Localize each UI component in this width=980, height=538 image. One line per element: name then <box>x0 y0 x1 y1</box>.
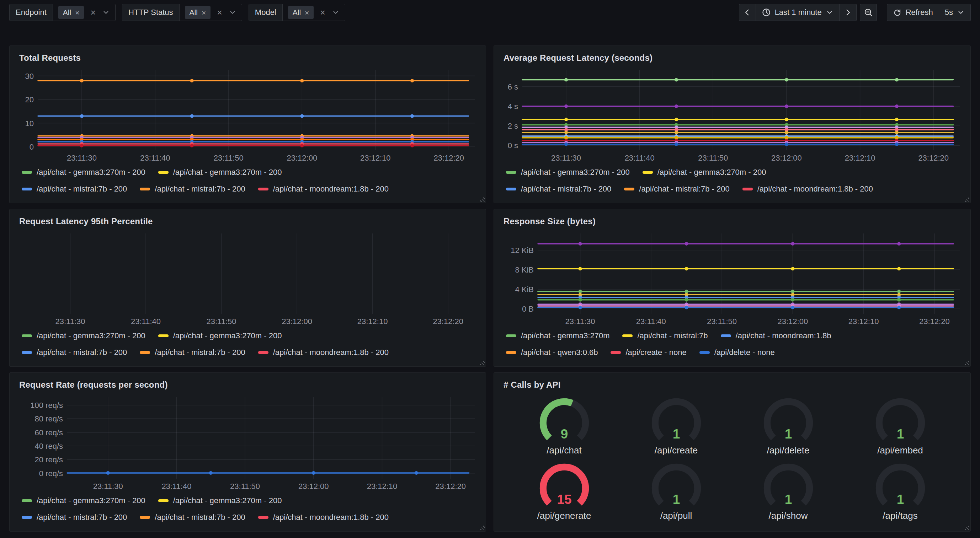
gauge-grid: 9/api/chat1/api/create1/api/delete1/api/… <box>494 391 970 529</box>
panel-title-latency-p95[interactable]: Request Latency 95th Percentile <box>10 212 486 228</box>
legend-item[interactable]: /api/chat - gemma3:270m - 200 <box>643 168 766 177</box>
timeseries-plot[interactable]: 0 s2 s4 s6 s23:11:3023:11:4023:11:5023:1… <box>500 67 965 163</box>
legend-item[interactable]: /api/chat - mistral:7b - 200 <box>624 184 729 194</box>
legend-item[interactable]: /api/chat - mistral:7b - 200 <box>506 184 611 194</box>
gauge-api-chat: 9/api/chat <box>528 397 601 456</box>
chart-response-size[interactable]: 0 B4 KiB8 KiB12 KiB23:11:3023:11:4023:11… <box>500 231 965 327</box>
filter-chip-http-status[interactable]: All× <box>185 6 211 19</box>
panel-title-request-rate[interactable]: Request Rate (requests per second) <box>10 376 486 391</box>
series-point-marker <box>564 131 568 134</box>
chart-avg-latency[interactable]: 0 s2 s4 s6 s23:11:3023:11:4023:11:5023:1… <box>500 67 965 163</box>
legend-item[interactable]: /api/chat - mistral:7b - 200 <box>22 513 127 522</box>
series-point-marker <box>785 143 788 146</box>
legend-item[interactable]: /api/chat - moondream:1.8b - 200 <box>258 513 389 522</box>
refresh-interval-select[interactable]: 5s <box>939 4 971 21</box>
legend-item[interactable]: /api/chat - mistral:7b - 200 <box>140 184 245 194</box>
legend-item[interactable]: /api/chat - moondream:1.8b <box>721 331 831 340</box>
legend-series-label: /api/chat - mistral:7b - 200 <box>37 184 127 194</box>
series-point-marker <box>579 267 582 270</box>
time-range-picker[interactable]: Last 1 minute <box>756 4 840 21</box>
series-point-marker <box>895 143 899 146</box>
chip-remove-icon[interactable]: × <box>202 9 206 16</box>
legend-item[interactable]: /api/chat - gemma3:270m <box>506 331 609 340</box>
y-axis-tick-label: 60 req/s <box>35 428 63 437</box>
refresh-interval-value: 5s <box>945 8 953 17</box>
chart-total-requests[interactable]: 010203023:11:3023:11:4023:11:5023:12:002… <box>15 67 480 163</box>
panel-title-response-size[interactable]: Response Size (bytes) <box>494 212 970 228</box>
time-back-button[interactable] <box>739 4 756 21</box>
gauge-api-create: 1/api/create <box>640 397 713 456</box>
series-point-marker <box>80 114 84 118</box>
legend-item[interactable]: /api/chat - gemma3:270m - 200 <box>22 331 145 340</box>
time-forward-button[interactable] <box>840 4 857 21</box>
series-point-marker <box>897 290 901 293</box>
legend-item[interactable]: /api/delete - none <box>700 348 775 357</box>
series-point-marker <box>564 78 568 82</box>
gauge-value: 9 <box>560 427 568 441</box>
y-axis-tick-label: 20 <box>25 95 34 104</box>
timeseries-plot[interactable]: 0 req/s20 req/s40 req/s60 req/s80 req/s1… <box>15 394 480 492</box>
panel-title-calls-by-api[interactable]: # Calls by API <box>494 376 970 391</box>
series-point-marker <box>897 298 901 302</box>
legend-item[interactable]: /api/create - none <box>611 348 686 357</box>
series-point-marker <box>675 105 678 108</box>
filter-clear-icon[interactable]: × <box>320 8 325 17</box>
legend-item[interactable]: /api/chat - moondream:1.8b - 200 <box>258 184 389 194</box>
legend-item[interactable]: /api/chat - mistral:7b - 200 <box>140 513 245 522</box>
timeseries-plot[interactable]: 0 B4 KiB8 KiB12 KiB23:11:3023:11:4023:11… <box>500 231 965 327</box>
zoom-out-icon <box>864 8 873 17</box>
filter-chip-endpoint[interactable]: All× <box>58 6 84 19</box>
chart-request-rate[interactable]: 0 req/s20 req/s40 req/s60 req/s80 req/s1… <box>15 394 480 492</box>
legend-item[interactable]: /api/chat - mistral:7b <box>622 331 708 340</box>
series-point-marker <box>785 78 788 82</box>
chip-remove-icon[interactable]: × <box>305 9 309 16</box>
legend-series-color-chip <box>258 351 269 354</box>
filter-value-endpoint[interactable]: All×× <box>53 4 115 21</box>
legend-series-color-chip <box>506 171 516 174</box>
filter-chip-text: All <box>189 8 198 17</box>
legend-series-label: /api/chat - mistral:7b - 200 <box>155 184 245 194</box>
legend-item[interactable]: /api/chat - gemma3:270m - 200 <box>158 496 282 505</box>
y-axis-tick-label: 0 s <box>508 141 518 150</box>
legend-item[interactable]: /api/chat - qwen3:0.6b <box>506 348 598 357</box>
legend-item[interactable]: /api/chat - moondream:1.8b - 200 <box>743 184 873 194</box>
chip-remove-icon[interactable]: × <box>75 9 79 16</box>
legend-item[interactable]: /api/chat - mistral:7b - 200 <box>22 184 127 194</box>
legend-item[interactable]: /api/chat - moondream:1.8b - 200 <box>258 348 389 357</box>
refresh-button[interactable]: Refresh <box>887 4 939 21</box>
legend-item[interactable]: /api/chat - mistral:7b - 200 <box>140 348 245 357</box>
legend-item[interactable]: /api/chat - gemma3:270m - 200 <box>22 168 145 177</box>
series-point-marker <box>895 105 899 108</box>
chart-latency-p95[interactable]: 23:11:3023:11:4023:11:5023:12:0023:12:10… <box>15 231 480 327</box>
series-point-marker <box>675 78 678 82</box>
legend-item[interactable]: /api/chat - mistral:7b - 200 <box>22 348 127 357</box>
x-axis-tick-label: 23:11:30 <box>93 482 123 491</box>
timeseries-plot[interactable]: 23:11:3023:11:4023:11:5023:12:0023:12:10… <box>15 231 480 327</box>
timeseries-plot[interactable]: 010203023:11:3023:11:4023:11:5023:12:002… <box>15 67 480 163</box>
filter-value-model[interactable]: All×× <box>283 4 345 21</box>
filter-clear-icon[interactable]: × <box>217 8 222 17</box>
legend-item[interactable]: /api/chat - gemma3:270m - 200 <box>158 331 282 340</box>
refresh-label: Refresh <box>906 8 933 17</box>
legend-series-label: /api/chat - qwen3:0.6b <box>521 348 598 357</box>
y-axis-tick-label: 0 <box>30 143 34 151</box>
panel-title-avg-latency[interactable]: Average Request Latency (seconds) <box>494 49 970 64</box>
legend-item[interactable]: /api/chat - gemma3:270m - 200 <box>506 168 630 177</box>
panel-title-total-requests[interactable]: Total Requests <box>10 49 486 64</box>
filter-value-http-status[interactable]: All×× <box>180 4 242 21</box>
filter-clear-icon[interactable]: × <box>90 8 95 17</box>
legend-item[interactable]: /api/chat - gemma3:270m - 200 <box>158 168 282 177</box>
legend-item[interactable]: /api/chat - gemma3:270m - 200 <box>22 496 145 505</box>
refresh-group: Refresh 5s <box>887 4 971 21</box>
legend-series-label: /api/chat - mistral:7b - 200 <box>37 348 127 357</box>
toolbar: EndpointAll××HTTP StatusAll××ModelAll×× … <box>9 3 971 21</box>
filter-model: ModelAll×× <box>248 4 345 21</box>
x-axis-tick-label: 23:11:40 <box>636 317 666 326</box>
y-axis-tick-label: 40 req/s <box>35 442 63 451</box>
series-point-marker <box>410 114 414 118</box>
gauge-arc: 15 <box>528 462 601 510</box>
zoom-out-button[interactable] <box>860 4 877 21</box>
filter-chip-model[interactable]: All× <box>288 6 314 19</box>
legend-row: /api/chat - gemma3:270m - 200/api/chat -… <box>22 492 486 509</box>
legend-series-label: /api/chat - mistral:7b - 200 <box>639 184 729 194</box>
